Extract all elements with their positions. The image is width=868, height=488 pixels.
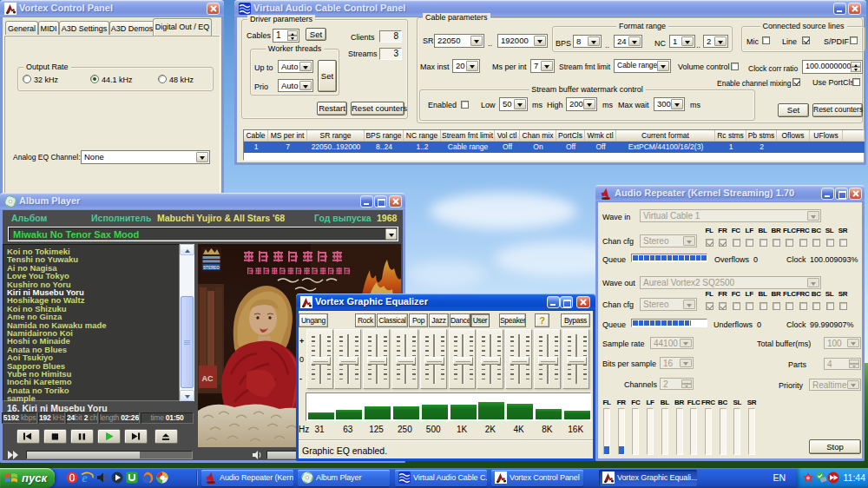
stop-button[interactable]: Stop bbox=[809, 439, 861, 454]
radio-32-kHz[interactable] bbox=[23, 75, 31, 83]
slider-handle-31[interactable] bbox=[311, 357, 331, 365]
minimize-button[interactable] bbox=[833, 3, 846, 15]
column-header-stream-fmt-limit[interactable]: Stream fmt limit bbox=[441, 130, 495, 142]
close-button[interactable] bbox=[849, 188, 862, 200]
dropdown-arrow-icon[interactable] bbox=[299, 81, 312, 90]
cable-set-button[interactable]: Set bbox=[778, 103, 809, 117]
slider-handle-8k[interactable] bbox=[538, 357, 558, 365]
cell-pb-stms[interactable]: 2 bbox=[746, 142, 777, 153]
dropdown-arrow-icon[interactable] bbox=[657, 61, 669, 71]
taskbar-task-vortex-control-panel[interactable]: Vortex Control Panel bbox=[491, 470, 583, 486]
quicklaunch-firefox-icon[interactable] bbox=[141, 471, 155, 485]
titlebar[interactable]: Vortex Control Panel bbox=[0, 0, 224, 17]
cell-wmk-ctl[interactable]: Off bbox=[585, 142, 616, 153]
cell-current-format[interactable]: ExtPCM/44100/16/2(3) bbox=[616, 142, 715, 153]
album-combobox[interactable]: Miwaku No Tenor Sax Mood bbox=[9, 228, 398, 241]
minimize-button[interactable] bbox=[547, 296, 560, 308]
cell-ms-per-int[interactable]: 7 bbox=[268, 142, 307, 153]
dropdown-arrow-icon[interactable] bbox=[196, 152, 208, 162]
cables-table[interactable]: CableMS per intSR rangeBPS rangeNC range… bbox=[243, 129, 864, 161]
taskbar-task-audio-repeater-kern-[interactable]: Audio Repeater (Kern... bbox=[201, 470, 293, 486]
preset-ungang-button[interactable]: Ungang bbox=[299, 313, 328, 327]
preset-dance-button[interactable]: Dance bbox=[450, 313, 470, 327]
low-combobox[interactable]: 50 bbox=[499, 97, 528, 111]
nc-to-combobox[interactable]: 2 bbox=[703, 35, 728, 48]
ms-per-int-combobox[interactable]: 7 bbox=[530, 59, 555, 73]
titlebar[interactable]: Audio Repeater (Kernel Streaming) 1.70 bbox=[595, 185, 865, 202]
maximize-button[interactable] bbox=[560, 296, 573, 308]
next-button[interactable] bbox=[124, 429, 148, 444]
preset-classical-button[interactable]: Classical bbox=[377, 313, 408, 327]
stream-fmt-limit-combobox[interactable]: Cable range bbox=[614, 59, 671, 73]
preset-help-button[interactable]: ? bbox=[535, 313, 549, 327]
close-button[interactable] bbox=[848, 3, 861, 15]
stop-button[interactable] bbox=[43, 429, 67, 444]
quicklaunch-ie-icon[interactable]: e bbox=[80, 471, 94, 485]
nc-from-combobox[interactable]: 1 bbox=[669, 35, 695, 48]
play-button[interactable] bbox=[97, 429, 121, 444]
cell-bps-range[interactable]: 8..24 bbox=[365, 142, 404, 153]
slider-handle-500[interactable] bbox=[424, 357, 444, 365]
cell-oflows[interactable] bbox=[777, 142, 810, 153]
language-indicator[interactable]: EN bbox=[773, 472, 786, 483]
quicklaunch-speaker-icon[interactable] bbox=[95, 471, 109, 485]
tray-antivirus-icon[interactable] bbox=[802, 472, 814, 484]
cables-set-button[interactable]: Set bbox=[306, 28, 326, 41]
upto-combobox[interactable]: Auto bbox=[278, 60, 313, 73]
tab-digital-out-eq[interactable]: Digital Out / EQ bbox=[153, 18, 212, 36]
enabled-checkbox[interactable] bbox=[461, 101, 469, 109]
maximize-button[interactable] bbox=[374, 195, 387, 208]
column-header-rc-stms[interactable]: Rc stms bbox=[715, 130, 746, 142]
preset-rock-button[interactable]: Rock bbox=[355, 313, 376, 327]
cable-reset-counters-button[interactable]: Reset counters bbox=[812, 103, 863, 117]
dropdown-arrow-icon[interactable] bbox=[628, 36, 641, 46]
playlist[interactable]: Koi no TokimekiTenshi no YuwakuAi no Nag… bbox=[3, 244, 180, 401]
column-header-chan-mix[interactable]: Chan mix bbox=[520, 130, 556, 142]
worker-set-button[interactable]: Set bbox=[318, 60, 337, 92]
column-header-wmk-ctl[interactable]: Wmk ctl bbox=[585, 130, 616, 142]
column-header-nc-range[interactable]: NC range bbox=[404, 130, 441, 142]
titlebar[interactable]: Vortex Graphic Equalizer bbox=[296, 293, 595, 311]
dropdown-arrow-icon[interactable] bbox=[514, 99, 526, 109]
tab-general[interactable]: General bbox=[5, 21, 38, 36]
dropdown-arrow-icon[interactable] bbox=[671, 99, 683, 109]
playlist-scrollbar[interactable] bbox=[180, 244, 194, 401]
column-header-oflows[interactable]: Oflows bbox=[777, 130, 810, 142]
dropdown-arrow-icon[interactable] bbox=[681, 36, 694, 46]
tray-download-icon[interactable] bbox=[827, 472, 839, 484]
column-header-vol-ctl[interactable]: Vol ctl bbox=[495, 130, 520, 142]
column-header-bps-range[interactable]: BPS range bbox=[365, 130, 404, 142]
cell-stream-fmt-limit[interactable]: Cable range bbox=[441, 142, 495, 153]
scroll-down-icon[interactable] bbox=[180, 390, 194, 401]
slider-handle-250[interactable] bbox=[396, 357, 416, 365]
preset-bypass-button[interactable]: Bypass bbox=[561, 313, 590, 327]
cell-chan-mix[interactable]: On bbox=[520, 142, 556, 153]
taskbar-task-vortex-graphic-equali-[interactable]: Vortex Graphic Equali... bbox=[599, 470, 697, 486]
column-header-ms-per-int[interactable]: MS per int bbox=[268, 130, 307, 142]
dropdown-arrow-icon[interactable] bbox=[714, 36, 727, 46]
reset-counters-button[interactable]: Reset counters bbox=[351, 102, 404, 115]
high-combobox[interactable]: 200 bbox=[566, 97, 597, 111]
sr-from-combobox[interactable]: 22050 bbox=[434, 34, 484, 48]
quicklaunch-chrome-icon[interactable] bbox=[155, 471, 169, 485]
cables-spinner[interactable]: 1 bbox=[273, 29, 299, 43]
slider-handle-16k[interactable] bbox=[567, 357, 587, 365]
eject-button[interactable] bbox=[155, 429, 178, 444]
dropdown-arrow-icon[interactable] bbox=[466, 61, 478, 71]
tab-a3d-demos[interactable]: A3D Demos bbox=[109, 21, 155, 36]
dropdown-arrow-icon[interactable] bbox=[299, 62, 312, 71]
previous-button[interactable] bbox=[16, 429, 40, 444]
bps-to-combobox[interactable]: 24 bbox=[614, 35, 642, 48]
max-inst-combobox[interactable]: 20 bbox=[452, 59, 480, 73]
cell-rc-stms[interactable]: 1 bbox=[715, 142, 746, 153]
preset-user-button[interactable]: User bbox=[470, 313, 490, 327]
slider-handle-4k[interactable] bbox=[510, 357, 529, 365]
restart-button[interactable]: Restart bbox=[317, 102, 347, 115]
taskbar-task-album-player[interactable]: Album Player bbox=[298, 470, 390, 486]
use-portcls-checkbox[interactable] bbox=[852, 78, 860, 86]
max-wait-combobox[interactable]: 300 bbox=[654, 97, 685, 111]
column-header-cable[interactable]: Cable bbox=[244, 130, 268, 142]
dropdown-arrow-icon[interactable] bbox=[534, 36, 546, 46]
tab-a3d-settings[interactable]: A3D Settings bbox=[59, 21, 109, 36]
maximize-button[interactable] bbox=[835, 188, 848, 200]
